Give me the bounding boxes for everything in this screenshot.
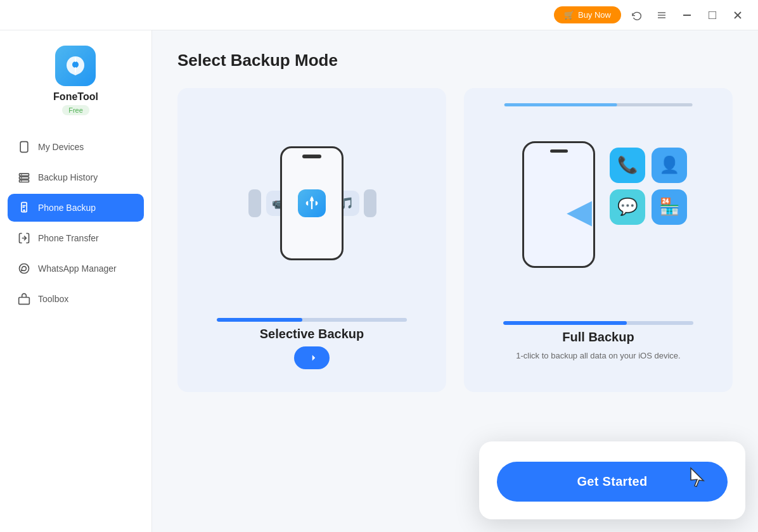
undo-button[interactable] [626, 5, 646, 25]
whatsapp-icon [18, 262, 30, 275]
toolbox-icon [18, 293, 30, 305]
svg-rect-10 [20, 180, 29, 182]
selective-backup-title: Selective Backup [260, 327, 364, 341]
selective-backup-illustration: 📹 [193, 103, 431, 303]
logo-icon [55, 46, 96, 86]
history-icon [18, 171, 30, 184]
maximize-button[interactable] [702, 5, 723, 25]
svg-rect-17 [19, 298, 30, 305]
cart-icon: 🛒 [564, 10, 574, 20]
app-name: FoneTool [53, 91, 98, 103]
svg-point-18 [311, 197, 314, 200]
svg-rect-4 [709, 11, 716, 19]
full-backup-description: 1-click to backup all data on your iOS d… [516, 350, 680, 362]
sidebar-item-phone-transfer[interactable]: Phone Transfer [8, 224, 144, 252]
menu-button[interactable] [652, 5, 672, 25]
plan-badge: Free [62, 105, 89, 115]
nav-items: My Devices Backup History P [0, 133, 151, 313]
get-started-overlay: Get Started [479, 441, 745, 519]
buy-now-button[interactable]: 🛒 Buy Now [554, 6, 621, 23]
page-title: Select Backup Mode [177, 51, 733, 70]
full-backup-illustration: ◀ 📞 👤 💬 🏪 [479, 103, 717, 306]
sidebar-item-backup-history[interactable]: Backup History [8, 163, 144, 191]
svg-rect-3 [683, 15, 691, 16]
minimize-button[interactable] [677, 5, 697, 25]
selective-backup-card[interactable]: 📹 [177, 88, 446, 392]
close-button[interactable] [728, 5, 748, 25]
selective-backup-arrow-button[interactable] [294, 346, 330, 369]
sidebar-item-whatsapp-manager[interactable]: WhatsApp Manager [8, 255, 144, 282]
sidebar-item-phone-backup[interactable]: Phone Backup [8, 194, 144, 222]
get-started-button[interactable]: Get Started [497, 462, 728, 502]
sidebar-item-toolbox[interactable]: Toolbox [8, 285, 144, 313]
backup-icon [18, 201, 30, 214]
title-bar: 🛒 Buy Now [0, 0, 758, 30]
svg-rect-9 [20, 177, 29, 179]
full-backup-progress-bar [503, 321, 694, 325]
device-icon [18, 141, 30, 153]
backup-mode-cards: 📹 [177, 88, 733, 392]
selective-progress-bar [217, 318, 408, 322]
full-backup-title: Full Backup [562, 330, 634, 345]
app-body: FoneTool Free My Devices Backup History [0, 30, 758, 532]
logo-area: FoneTool Free [53, 46, 98, 115]
transfer-icon [18, 232, 30, 244]
main-content: Select Backup Mode 📹 [152, 30, 758, 532]
sidebar: FoneTool Free My Devices Backup History [0, 30, 152, 532]
full-backup-card[interactable]: ◀ 📞 👤 💬 🏪 Full Backup 1-c [464, 88, 733, 392]
svg-point-16 [20, 264, 29, 274]
svg-rect-8 [20, 174, 29, 175]
svg-point-15 [23, 210, 25, 211]
sidebar-item-my-devices[interactable]: My Devices [8, 133, 144, 161]
svg-rect-7 [20, 142, 28, 153]
